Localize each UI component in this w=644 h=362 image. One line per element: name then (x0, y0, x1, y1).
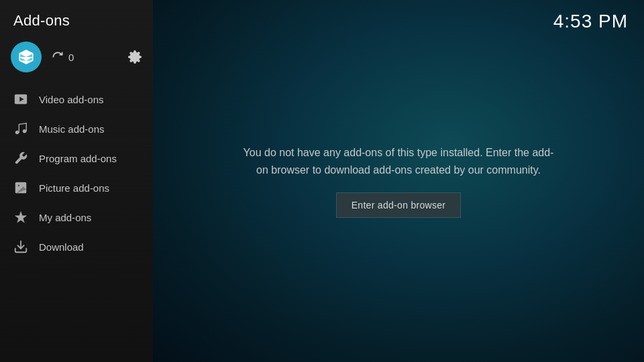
message-area: You do not have any add-ons of this type… (224, 144, 573, 217)
refresh-icon (51, 50, 64, 64)
sidebar-item-music-label: Music add-ons (39, 123, 105, 135)
svg-point-4 (23, 129, 27, 133)
picture-icon (13, 180, 28, 195)
main-content: 4:53 PM You do not have any add-ons of t… (153, 0, 644, 362)
sidebar-item-picture-label: Picture add-ons (39, 182, 109, 194)
sidebar-item-program-label: Program add-ons (39, 153, 117, 164)
sidebar-item-my-addons-label: My add-ons (39, 212, 91, 223)
svg-point-6 (17, 184, 19, 186)
music-icon (13, 121, 28, 136)
sidebar-item-video[interactable]: Video add-ons (0, 84, 153, 114)
svg-point-3 (15, 131, 19, 135)
settings-button[interactable] (127, 50, 142, 64)
my-addons-icon (13, 210, 28, 225)
sidebar-item-picture[interactable]: Picture add-ons (0, 173, 153, 202)
box-icon (17, 48, 35, 66)
sidebar-item-my-addons[interactable]: My add-ons (0, 202, 153, 232)
sidebar: Add-ons 0 (0, 0, 153, 362)
page-title: Add-ons (0, 0, 153, 39)
gear-icon (127, 50, 142, 64)
sidebar-header-actions: 0 (0, 39, 153, 84)
refresh-area[interactable]: 0 (51, 50, 74, 64)
sidebar-item-download[interactable]: Download (0, 232, 153, 261)
sidebar-item-program[interactable]: Program add-ons (0, 143, 153, 173)
addon-browser-icon-button[interactable] (11, 42, 42, 72)
clock: 4:53 PM (553, 11, 628, 32)
video-icon (13, 92, 28, 107)
sidebar-item-music[interactable]: Music add-ons (0, 114, 153, 143)
enter-addon-browser-button[interactable]: Enter add-on browser (336, 192, 462, 218)
sidebar-item-video-label: Video add-ons (39, 94, 103, 105)
refresh-count: 0 (68, 52, 74, 63)
sidebar-item-download-label: Download (39, 241, 84, 253)
download-icon (13, 239, 28, 254)
no-addons-message: You do not have any add-ons of this type… (237, 144, 559, 178)
program-icon (13, 151, 28, 166)
